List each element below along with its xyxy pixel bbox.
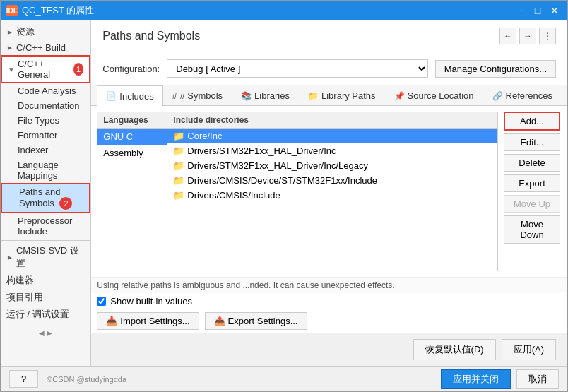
sidebar-item-label: Language Mappings	[18, 160, 59, 181]
sidebar-item-formatter[interactable]: Formatter	[1, 128, 90, 143]
dir-path: Drivers/STM32F1xx_HAL_Driver/Inc/Legacy	[187, 160, 368, 171]
sidebar-item-cmsis-svd[interactable]: ► CMSIS-SVD 设置	[1, 242, 90, 272]
symbols-tab-icon: #	[172, 91, 177, 101]
forward-button[interactable]: →	[519, 28, 536, 44]
sidebar-item-code-analysis[interactable]: Code Analysis	[1, 83, 90, 98]
tab-label: # Symbols	[179, 90, 223, 101]
export-icon: 📤	[214, 316, 225, 326]
sidebar-item-project-ref[interactable]: 项目引用	[1, 289, 90, 306]
sidebar-item-paths-and-symbols[interactable]: Paths and Symbols 2	[1, 183, 90, 213]
lang-item-assembly[interactable]: Assembly	[97, 145, 167, 161]
tab-label: Includes	[119, 91, 153, 102]
sidebar-item-label: Preprocessor Include	[18, 215, 72, 237]
sidebar-item-label: Paths and Symbols	[19, 186, 61, 208]
import-icon: 📥	[106, 316, 117, 326]
footer: ? ©CSDN @studyingdda 应用并关闭 取消	[1, 366, 567, 391]
folder-icon: 📁	[173, 131, 184, 141]
sidebar-item-run-debug[interactable]: 运行 / 调试设置	[1, 306, 90, 323]
dirs-header: Include directories	[167, 112, 497, 129]
tab-label: References	[506, 90, 552, 101]
dir-item-0[interactable]: 📁 Core/Inc	[167, 129, 497, 143]
edit-button[interactable]: Edit...	[504, 133, 560, 151]
badge-2: 2	[59, 197, 72, 210]
apply-button[interactable]: 应用(A)	[502, 339, 556, 360]
footer-left: ? ©CSDN @studyingdda	[9, 370, 129, 388]
checkbox-row: Show built-in values	[91, 293, 567, 309]
content-area: ► 资源 ► C/C++ Build ▼ C/C++ General 1 Cod…	[1, 20, 567, 366]
chevron-down-icon: ▼	[8, 66, 15, 73]
includes-tab-icon: 📄	[106, 91, 117, 101]
lang-item-gnuc[interactable]: GNU C	[97, 129, 167, 145]
languages-panel: Languages GNU C Assembly	[97, 112, 167, 271]
dir-item-1[interactable]: 📁 Drivers/STM32F1xx_HAL_Driver/Inc	[167, 143, 497, 158]
export-settings-button[interactable]: 📤 Export Settings...	[205, 312, 307, 330]
title-bar: IDE QC_TEST 的属性 − □ ✕	[1, 1, 567, 20]
add-button[interactable]: Add...	[504, 112, 560, 131]
header-actions: ← → ⋮	[499, 28, 556, 44]
apply-close-button[interactable]: 应用并关闭	[441, 369, 511, 389]
sidebar-item-resources[interactable]: ► 资源	[1, 23, 90, 40]
delete-button[interactable]: Delete	[504, 154, 560, 172]
tabs-bar: 📄 Includes # # Symbols 📚 Libraries 📁 Lib…	[91, 85, 567, 106]
tab-content: Languages GNU C Assembly Include directo…	[91, 106, 567, 333]
back-button[interactable]: ←	[499, 28, 516, 44]
config-row: Configuration: Debug [ Active ] Manage C…	[91, 52, 567, 85]
watermark: ©CSDN @studyingdda	[44, 374, 129, 385]
chevron-right-icon: ►	[6, 254, 13, 261]
close-button[interactable]: ✕	[548, 4, 562, 18]
libraries-tab-icon: 📚	[241, 91, 252, 101]
config-label: Configuration:	[102, 64, 160, 74]
sidebar-item-language-mappings[interactable]: Language Mappings	[1, 158, 90, 183]
sidebar-item-cpp-general[interactable]: ▼ C/C++ General 1	[1, 55, 90, 83]
dirs-panel: Include directories 📁 Core/Inc 📁 Drivers…	[167, 112, 498, 271]
panel-header: Paths and Symbols ← → ⋮	[91, 20, 567, 52]
sidebar-divider	[1, 240, 90, 241]
sidebar-item-preprocessor-include[interactable]: Preprocessor Include	[1, 213, 90, 239]
dir-item-3[interactable]: 📁 Drivers/CMSIS/Device/ST/STM32F1xx/Incl…	[167, 173, 497, 188]
more-button[interactable]: ⋮	[539, 28, 556, 44]
show-builtin-checkbox[interactable]	[97, 297, 106, 306]
maximize-button[interactable]: □	[531, 4, 545, 18]
sidebar-item-label: 运行 / 调试设置	[6, 308, 69, 321]
dir-path: Drivers/STM32F1xx_HAL_Driver/Inc	[187, 145, 336, 156]
sidebar-item-builder[interactable]: 构建器	[1, 272, 90, 289]
sidebar-item-label: Documentation	[18, 100, 79, 111]
import-settings-button[interactable]: 📥 Import Settings...	[97, 312, 199, 330]
main-panel: Paths and Symbols ← → ⋮ Configuration: D…	[91, 20, 567, 366]
title-controls: − □ ✕	[514, 4, 562, 18]
sidebar-item-cpp-build[interactable]: ► C/C++ Build	[1, 40, 90, 55]
tab-references[interactable]: 🔗 References	[483, 85, 562, 105]
tab-label: Libraries	[254, 90, 290, 101]
scroll-area: ◀ ▶	[1, 326, 90, 340]
panel-title: Paths and Symbols	[102, 30, 200, 42]
config-select[interactable]: Debug [ Active ]	[167, 59, 427, 78]
actions-panel: Add... Edit... Delete Export Move Up Mov…	[498, 112, 562, 271]
sidebar: ► 资源 ► C/C++ Build ▼ C/C++ General 1 Cod…	[1, 20, 91, 366]
sidebar-item-documentation[interactable]: Documentation	[1, 98, 90, 113]
help-button[interactable]: ?	[9, 370, 38, 388]
minimize-button[interactable]: −	[514, 4, 528, 18]
dir-item-4[interactable]: 📁 Drivers/CMSIS/Include	[167, 188, 497, 203]
badge-1: 1	[73, 63, 84, 76]
dir-path: Drivers/CMSIS/Include	[187, 190, 280, 201]
manage-configurations-button[interactable]: Manage Configurations...	[435, 60, 556, 78]
languages-header: Languages	[97, 112, 167, 129]
folder-icon: 📁	[173, 190, 184, 201]
tab-library-paths[interactable]: 📁 Library Paths	[299, 85, 385, 105]
move-down-button[interactable]: Move Down	[504, 215, 560, 244]
sidebar-item-label: Formatter	[18, 130, 57, 141]
dir-path: Drivers/CMSIS/Device/ST/STM32F1xx/Includ…	[187, 175, 377, 186]
cancel-button[interactable]: 取消	[516, 369, 559, 389]
sidebar-item-file-types[interactable]: File Types	[1, 113, 90, 128]
sidebar-item-label: CMSIS-SVD 设置	[16, 244, 85, 270]
tab-source-location[interactable]: 📌 Source Location	[385, 85, 483, 105]
export-button[interactable]: Export	[504, 174, 560, 192]
sidebar-item-indexer[interactable]: Indexer	[1, 143, 90, 158]
reset-defaults-button[interactable]: 恢复默认值(D)	[413, 339, 496, 360]
tab-libraries[interactable]: 📚 Libraries	[232, 85, 299, 105]
main-window: IDE QC_TEST 的属性 − □ ✕ ► 资源 ► C/C++ Build…	[0, 0, 568, 392]
footer-right: 应用并关闭 取消	[441, 369, 559, 389]
tab-includes[interactable]: 📄 Includes	[97, 85, 162, 106]
tab-symbols[interactable]: # # Symbols	[163, 85, 232, 105]
dir-item-2[interactable]: 📁 Drivers/STM32F1xx_HAL_Driver/Inc/Legac…	[167, 158, 497, 173]
